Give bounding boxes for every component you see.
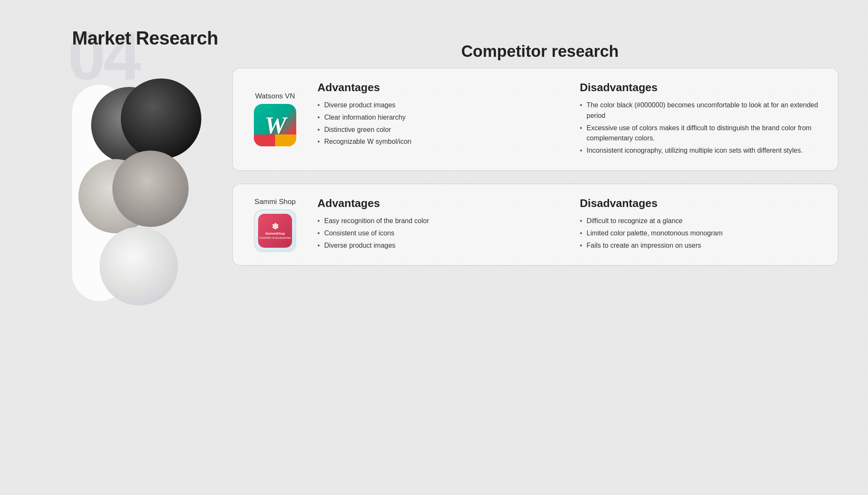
sammi-text: SammiShopCosmetic & Accessories xyxy=(259,232,291,240)
ball-black xyxy=(121,78,201,159)
section-heading: Competitor research xyxy=(254,42,826,61)
sammi-content: Advantages Easy recognition of the brand… xyxy=(317,197,825,252)
sammi-inner-logo: ❄ SammiShopCosmetic & Accessories xyxy=(258,214,292,248)
list-item: Easy recognition of the brand color xyxy=(317,216,563,227)
watsons-disadvantages-list: The color black (#000000) becomes uncomf… xyxy=(580,100,825,156)
sammi-disadvantages-col: Disadvantages Difficult to recognize at … xyxy=(580,197,825,252)
list-item: Consistent use of icons xyxy=(317,228,563,239)
watsons-content: Advantages Diverse product images Clear … xyxy=(317,81,825,158)
sammi-advantages-title: Advantages xyxy=(317,197,563,210)
sammi-disadvantages-list: Difficult to recognize at a glance Limit… xyxy=(580,216,825,251)
sammi-card: Sammi Shop ❄ SammiShopCosmetic & Accesso… xyxy=(232,184,838,266)
watsons-logo-icon: W xyxy=(254,104,296,146)
list-item: Recognizable W symbol/icon xyxy=(317,137,563,147)
page-title: Market Research xyxy=(72,28,218,49)
watsons-disadvantages-col: Disadvantages The color black (#000000) … xyxy=(580,81,825,158)
watsons-label: Watsons VN xyxy=(245,92,305,101)
ball-gray xyxy=(112,151,189,227)
ball-white xyxy=(100,227,178,305)
list-item: Fails to create an impression on users xyxy=(580,241,825,251)
watsons-logo-area: Watsons VN W xyxy=(245,92,305,146)
list-item: Inconsistent iconography, utilizing mult… xyxy=(580,145,825,156)
watsons-card: Watsons VN W Advantages Diverse product … xyxy=(232,68,838,171)
list-item: Difficult to recognize at a glance xyxy=(580,216,825,227)
sammi-advantages-list: Easy recognition of the brand color Cons… xyxy=(317,216,563,251)
list-item: Diverse product images xyxy=(317,100,563,111)
list-item: Limited color palette, monotonous monogr… xyxy=(580,228,825,239)
list-item: The color black (#000000) becomes uncomf… xyxy=(580,100,825,121)
sammi-disadvantages-title: Disadvantages xyxy=(580,197,825,210)
sammi-logo-icon: ❄ SammiShopCosmetic & Accessories xyxy=(254,210,296,252)
list-item: Clear information hierarchy xyxy=(317,112,563,123)
cards-area: Watsons VN W Advantages Diverse product … xyxy=(232,68,838,278)
list-item: Diverse product images xyxy=(317,241,563,251)
watsons-advantages-title: Advantages xyxy=(317,81,563,94)
sammi-logo-area: Sammi Shop ❄ SammiShopCosmetic & Accesso… xyxy=(245,198,305,252)
list-item: Excessive use of colors makes it difficu… xyxy=(580,123,825,144)
watsons-advantages-col: Advantages Diverse product images Clear … xyxy=(317,81,563,158)
watsons-w-letter: W xyxy=(264,111,286,140)
watsons-disadvantages-title: Disadvantages xyxy=(580,81,825,94)
list-item: Distinctive green color xyxy=(317,125,563,135)
sammi-snowflake-icon: ❄ xyxy=(272,221,279,232)
watsons-advantages-list: Diverse product images Clear information… xyxy=(317,100,563,147)
decorative-balls xyxy=(66,78,201,308)
sammi-label: Sammi Shop xyxy=(245,198,305,206)
sammi-advantages-col: Advantages Easy recognition of the brand… xyxy=(317,197,563,252)
